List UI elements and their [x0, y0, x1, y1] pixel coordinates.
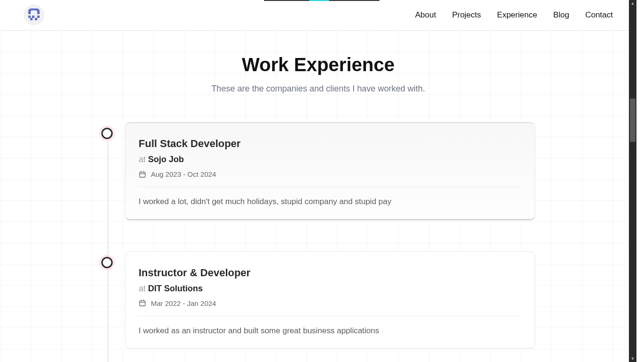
- svg-rect-10: [140, 301, 145, 306]
- timeline-item: Instructor & Developer at DIT Solutions …: [101, 251, 535, 349]
- at-label: at: [139, 155, 146, 164]
- site-logo[interactable]: [24, 5, 44, 25]
- experience-period: Aug 2023 - Oct 2024: [139, 170, 521, 178]
- svg-rect-0: [24, 5, 44, 25]
- top-accent-bar: [264, 0, 380, 1]
- scrollbar-thumb[interactable]: [630, 99, 636, 142]
- calendar-icon: [139, 171, 146, 178]
- site-header: About Projects Experience Blog Contact: [0, 0, 636, 31]
- experience-company: Sojo Job: [148, 155, 184, 164]
- experience-company-line: at Sojo Job: [139, 155, 521, 165]
- svg-rect-2: [32, 16, 34, 18]
- experience-card: Instructor & Developer at DIT Solutions …: [125, 251, 535, 349]
- svg-rect-3: [37, 16, 40, 18]
- experience-period: Mar 2022 - Jan 2024: [139, 299, 521, 307]
- nav-link-experience[interactable]: Experience: [497, 10, 537, 20]
- experience-period-text: Aug 2023 - Oct 2024: [151, 170, 216, 178]
- page-title: Work Experience: [0, 54, 636, 75]
- experience-role: Instructor & Developer: [139, 267, 521, 279]
- experience-role: Full Stack Developer: [139, 138, 521, 150]
- experience-period-text: Mar 2022 - Jan 2024: [151, 299, 216, 307]
- svg-rect-1: [28, 16, 31, 18]
- scrollbar-up-arrow-icon[interactable]: ▲: [629, 0, 636, 7]
- timeline-dot-icon: [101, 128, 113, 139]
- experience-company-line: at DIT Solutions: [139, 284, 521, 294]
- svg-rect-4: [30, 18, 33, 20]
- experience-description: I worked as an instructor and built some…: [139, 325, 521, 337]
- calendar-icon: [139, 299, 146, 307]
- at-label: at: [139, 284, 146, 293]
- experience-description: I worked a lot, didn't get much holidays…: [139, 196, 521, 208]
- page-subtitle: These are the companies and clients I ha…: [0, 84, 636, 94]
- timeline-dot-icon: [101, 257, 113, 268]
- svg-rect-5: [35, 18, 37, 20]
- timeline-item: Full Stack Developer at Sojo Job Aug 202…: [101, 122, 535, 220]
- card-divider: [139, 316, 521, 316]
- logo-icon: [24, 5, 44, 25]
- scrollbar-track[interactable]: [630, 7, 636, 355]
- card-divider: [139, 187, 521, 187]
- experience-card: Full Stack Developer at Sojo Job Aug 202…: [125, 122, 535, 220]
- main-nav: About Projects Experience Blog Contact: [415, 10, 613, 20]
- main-content: Work Experience These are the companies …: [0, 31, 636, 348]
- scrollbar[interactable]: ▲ ▼: [629, 0, 636, 362]
- nav-link-contact[interactable]: Contact: [585, 10, 613, 20]
- scrollbar-down-arrow-icon[interactable]: ▼: [629, 355, 636, 362]
- nav-link-about[interactable]: About: [415, 10, 436, 20]
- experience-timeline: Full Stack Developer at Sojo Job Aug 202…: [101, 122, 535, 348]
- svg-rect-6: [140, 172, 145, 177]
- nav-link-blog[interactable]: Blog: [553, 10, 569, 20]
- experience-company: DIT Solutions: [148, 284, 203, 293]
- nav-link-projects[interactable]: Projects: [452, 10, 481, 20]
